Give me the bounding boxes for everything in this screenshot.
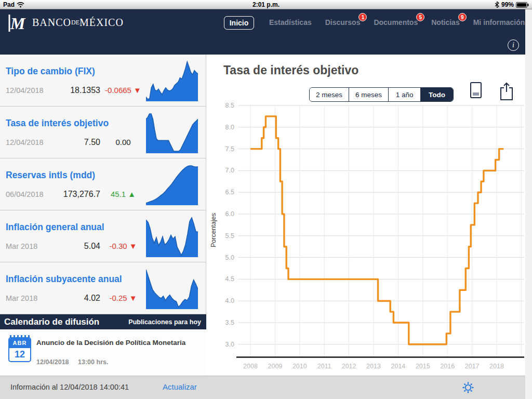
svg-text:6.0: 6.0 (225, 210, 234, 218)
indicator-value: 173,276.7 (56, 190, 100, 199)
indicator-value: 7.50 (56, 138, 100, 147)
indicator-change: -0.0665 ▼ (103, 86, 143, 95)
indicator-change: 45.1 ▲ (103, 190, 143, 198)
indicator-date: 12/04/2018 (6, 138, 44, 147)
indicator-date: Mar 2018 (6, 294, 37, 302)
svg-text:7.5: 7.5 (225, 145, 234, 153)
indicator-value: 18.1353 (56, 86, 100, 95)
main-chart: 3.03.54.04.55.05.56.06.57.07.58.08.52008… (207, 99, 525, 376)
nav-item-estadisticas[interactable]: Estadísticas (269, 18, 312, 26)
clock: 2:01 p.m. (0, 1, 532, 8)
svg-text:3.5: 3.5 (225, 319, 234, 326)
sparkline-chart (146, 112, 198, 153)
nav-links: Estadísticas Discursos1 Documentos5 Noti… (269, 9, 525, 35)
calendar-day: 12 (9, 348, 30, 361)
svg-text:2013: 2013 (366, 363, 381, 370)
svg-text:7.0: 7.0 (225, 167, 234, 174)
calendar-title: Calendario de difusión (4, 317, 99, 327)
indicator-date: 06/04/2018 (6, 190, 44, 198)
battery-icon (516, 2, 529, 8)
event-time: 13:00 hrs. (78, 358, 108, 366)
indicator-title: Tipo de cambio (FIX) (6, 66, 95, 77)
event-date: 12/04/2018 (36, 358, 69, 366)
chart-title: Tasa de interés objetivo (223, 63, 358, 77)
nav-item-documentos[interactable]: Documentos5 (374, 18, 418, 26)
svg-text:8.5: 8.5 (225, 102, 234, 109)
indicator-change: 0.00 (103, 138, 143, 147)
settings-gear-icon[interactable] (462, 381, 474, 394)
event-meta: 12/04/2018 13:00 hrs. (36, 358, 115, 366)
indicator-date: Mar 2018 (6, 242, 37, 250)
indicator-change: -0.30 ▼ (103, 242, 143, 250)
footer-bar: Información al 12/04/2018 14:00:41 Actua… (0, 376, 525, 399)
right-margin-strip (525, 9, 532, 399)
sparkline-chart (146, 268, 198, 309)
document-icon[interactable] (469, 82, 483, 99)
card-tipo-de-cambio[interactable]: Tipo de cambio (FIX) 12/04/2018 18.1353 … (0, 55, 206, 107)
battery-percent: 99% (501, 1, 514, 8)
indicator-title: Tasa de interés objetivo (6, 118, 109, 129)
indicator-value: 4.02 (56, 294, 100, 303)
banxico-app: Pad 2:01 p.m. 99% M (0, 0, 532, 399)
sparkline-chart (146, 60, 198, 101)
svg-text:2010: 2010 (292, 363, 307, 370)
indicator-date: 12/04/2018 (6, 86, 44, 95)
nav-item-discursos[interactable]: Discursos1 (325, 18, 361, 26)
info-icon[interactable]: i (508, 39, 519, 51)
svg-text:5.5: 5.5 (225, 232, 234, 240)
indicator-value: 5.04 (56, 242, 100, 251)
calendar-subtitle: Publicaciones para hoy (128, 318, 201, 326)
sparkline-chart (146, 216, 198, 257)
indicators-sidebar: Tipo de cambio (FIX) 12/04/2018 18.1353 … (0, 55, 206, 376)
card-reservas[interactable]: Reservas intls (mdd) 06/04/2018 173,276.… (0, 158, 206, 210)
svg-text:2008: 2008 (243, 363, 258, 370)
calendar-month: ABR (9, 338, 30, 348)
svg-text:2014: 2014 (391, 363, 405, 370)
indicator-title: Reservas intls (mdd) (6, 170, 95, 181)
top-nav: M BANCODEMÉXICO Inicio Estadísticas Disc… (0, 9, 525, 35)
documentos-badge: 5 (416, 13, 424, 21)
status-bar: Pad 2:01 p.m. 99% (0, 0, 532, 9)
nav-item-mi-informacion[interactable]: Mi información (473, 18, 525, 26)
share-icon[interactable] (499, 82, 514, 101)
nav-inicio-button[interactable]: Inicio (224, 16, 254, 30)
svg-text:M: M (10, 14, 26, 33)
indicator-title: Inflación general anual (6, 222, 104, 233)
calendar-event[interactable]: ABR 12 Anuncio de la Decisión de Polític… (0, 329, 206, 376)
last-updated-label: Información al 12/04/2018 14:00:41 (10, 383, 129, 391)
svg-text:2015: 2015 (416, 363, 430, 370)
svg-text:2018: 2018 (489, 363, 504, 370)
nav-item-noticias[interactable]: Noticias9 (431, 18, 459, 26)
noticias-badge: 9 (458, 13, 467, 21)
banxico-monogram-icon: M (7, 12, 27, 33)
discursos-badge: 1 (358, 13, 367, 21)
svg-text:3.0: 3.0 (225, 341, 234, 348)
refresh-link[interactable]: Actualizar (163, 382, 197, 391)
sub-nav-band: i (0, 35, 525, 55)
svg-text:2017: 2017 (465, 363, 480, 370)
event-title: Anuncio de la Decisión de Política Monet… (36, 339, 197, 347)
svg-text:2012: 2012 (342, 363, 356, 370)
svg-text:4.0: 4.0 (225, 297, 234, 304)
sparkline-chart (146, 164, 198, 205)
bluetooth-icon (495, 2, 499, 8)
chart-panel: Tasa de interés objetivo 2 meses 6 meses… (207, 55, 525, 376)
indicator-change: -0.25 ▼ (103, 294, 143, 302)
svg-text:2009: 2009 (268, 363, 282, 370)
svg-text:8.0: 8.0 (225, 124, 234, 131)
card-tasa-objetivo[interactable]: Tasa de interés objetivo 12/04/2018 7.50… (0, 107, 206, 158)
svg-text:5.0: 5.0 (225, 254, 234, 261)
svg-text:6.5: 6.5 (225, 189, 234, 196)
calendar-header: Calendario de difusión Publicaciones par… (0, 314, 206, 329)
svg-text:Porcentajes: Porcentajes (210, 213, 217, 247)
svg-text:4.5: 4.5 (225, 275, 234, 283)
svg-text:2016: 2016 (440, 363, 455, 370)
banxico-logo[interactable]: M BANCODEMÉXICO (7, 12, 124, 33)
card-inflacion-general[interactable]: Inflación general anual Mar 2018 5.04 -0… (0, 210, 206, 262)
svg-text:2011: 2011 (317, 363, 331, 370)
card-inflacion-subyacente[interactable]: Inflación subyacente anual Mar 2018 4.02… (0, 262, 206, 314)
banxico-wordmark: BANCODEMÉXICO (32, 17, 124, 29)
calendar-date-icon: ABR 12 (8, 337, 31, 362)
indicator-title: Inflación subyacente anual (6, 274, 122, 285)
